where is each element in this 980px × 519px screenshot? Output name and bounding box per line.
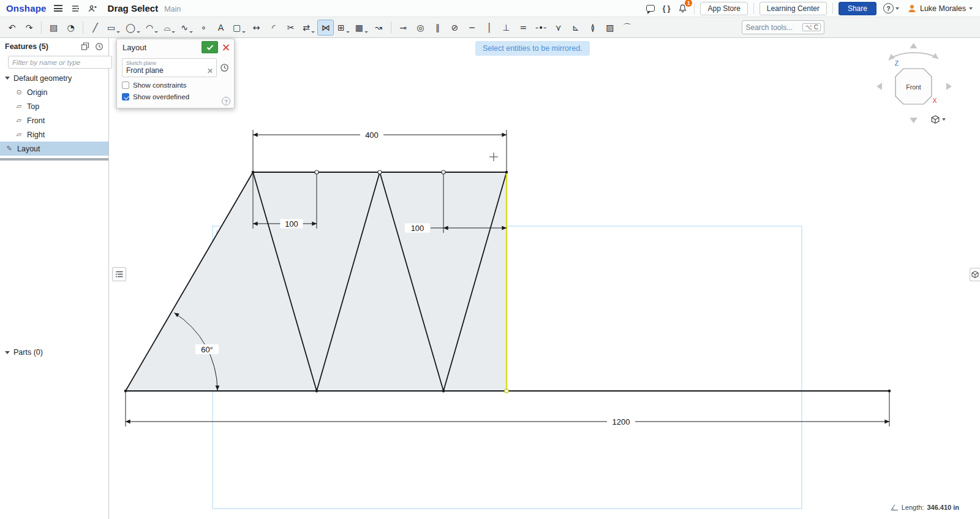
spline-tool-button[interactable]: ∿ — [178, 20, 195, 36]
plane-history-icon[interactable] — [220, 63, 229, 72]
midpoint-tool-button[interactable]: -•- — [532, 20, 549, 36]
dimension-1200-label[interactable]: 1200 — [612, 417, 630, 426]
history-icon[interactable] — [95, 42, 104, 51]
fix-tool-button[interactable]: ▨ — [601, 20, 618, 36]
cancel-button[interactable] — [220, 41, 232, 53]
view-cube-face-label[interactable]: Front — [906, 83, 921, 91]
parallel-tool-button[interactable]: ∥ — [429, 20, 446, 36]
help-menu-button[interactable]: ? — [882, 2, 900, 15]
dimension-400-label[interactable]: 400 — [365, 131, 379, 140]
chevron-down-icon — [895, 7, 899, 10]
conic-tool-button[interactable]: ⌓ — [160, 20, 177, 36]
perpendicular-tool-button[interactable]: ⊥ — [498, 20, 514, 36]
equal-tool-button[interactable]: = — [515, 20, 532, 36]
toolbar-search[interactable]: ⌥ C — [742, 20, 824, 34]
features-flyout-button[interactable] — [112, 267, 126, 281]
comments-button[interactable] — [645, 4, 656, 13]
document-name[interactable]: Drag Select — [108, 3, 159, 13]
notifications-button[interactable]: 1 — [677, 2, 688, 14]
clear-selection-icon[interactable] — [207, 68, 213, 74]
symmetric-tool-button[interactable]: ≬ — [584, 20, 601, 36]
main-menu-button[interactable] — [53, 4, 64, 13]
concentric-tool-button[interactable]: ◎ — [412, 20, 429, 36]
symmetric-icon: ≬ — [591, 23, 595, 32]
point-tool-button[interactable]: ∘ — [195, 20, 212, 36]
top-bar: Onshape Drag Select Main { } 1 App Store… — [0, 0, 980, 17]
search-tools-input[interactable] — [745, 23, 799, 32]
sketch-icon: ✎ — [5, 145, 13, 153]
paste-sketch-tool-button[interactable]: ▤ — [45, 20, 62, 36]
workspace-name[interactable]: Main — [164, 5, 181, 13]
curvature-tool-button[interactable]: ⌒ — [619, 20, 635, 36]
rotate-down-icon[interactable] — [910, 118, 918, 123]
onshape-logo[interactable]: Onshape — [6, 3, 47, 13]
corner-rectangle-tool-button[interactable]: ▭ — [104, 20, 122, 36]
show-constraints-checkbox[interactable]: Show constraints — [122, 81, 229, 89]
dimension-100-right-label[interactable]: 100 — [411, 224, 424, 233]
tree-item-right[interactable]: ▱Right — [0, 127, 108, 142]
user-menu-button[interactable]: Luke Morales — [906, 2, 974, 15]
filter-input[interactable] — [8, 56, 112, 69]
tree-item-origin[interactable]: ⊙Origin — [0, 85, 108, 99]
app-store-button[interactable]: App Store — [700, 2, 747, 15]
sketch-canvas[interactable]: Layout — [109, 38, 980, 519]
show-overdefined-checkbox[interactable]: Show overdefined — [122, 93, 229, 100]
three-point-arc-tool-button[interactable]: ◠ — [143, 20, 160, 36]
view-options-button[interactable] — [931, 115, 946, 124]
tree-item-top[interactable]: ▱Top — [0, 99, 108, 113]
tangent-tool-button[interactable]: ⊘ — [447, 20, 463, 36]
follow-mode-button[interactable] — [87, 3, 98, 14]
dialog-title: Layout — [123, 43, 146, 52]
graphics-area[interactable]: Layout — [109, 38, 980, 519]
mirror-tool-button[interactable]: ⋈ — [317, 20, 334, 36]
sketch-plane-field[interactable]: Sketch plane Front plane — [122, 58, 217, 77]
fillet-tool-button[interactable]: ◜ — [265, 20, 282, 36]
text-tool-button[interactable]: A — [213, 20, 229, 36]
dropdown-caret-icon — [346, 31, 350, 33]
center-point-circle-tool-button[interactable]: ◯ — [123, 20, 142, 36]
share-button[interactable]: Share — [839, 2, 876, 15]
tree-group-parts[interactable]: Parts (0) — [0, 345, 108, 360]
toolbar-separator — [41, 21, 42, 34]
normal-tool-button[interactable]: ⊾ — [567, 20, 584, 36]
view-cube[interactable]: Front Z X — [869, 39, 973, 133]
tree-item-label: Right — [27, 131, 45, 139]
insert-feature-icon[interactable] — [81, 42, 89, 50]
dimension-tool-button[interactable]: ↔ — [248, 20, 265, 36]
construction-tool-button[interactable]: ◔ — [62, 20, 79, 36]
tree-item-layout[interactable]: ✎ Layout — [0, 142, 108, 156]
line-tool-button[interactable]: ╱ — [87, 20, 104, 36]
dimension-100-left-label[interactable]: 100 — [285, 219, 298, 229]
transform-icon: ⇄ — [303, 23, 310, 32]
insert-image-tool-button[interactable]: ▦ — [352, 20, 370, 36]
coincident-tool-button[interactable]: ⊸ — [395, 20, 412, 36]
sketch-face[interactable] — [126, 172, 507, 391]
selected-point[interactable] — [505, 389, 508, 393]
slot-tool-button[interactable]: ▢ — [230, 20, 247, 36]
redo-tool-button[interactable]: ↷ — [21, 20, 37, 36]
help-icon[interactable]: ? — [222, 97, 230, 105]
rollback-bar[interactable] — [0, 158, 108, 161]
pattern-tool-button[interactable]: ⊞ — [334, 20, 352, 36]
parts-flyout-button[interactable] — [970, 268, 980, 281]
rotate-right-icon[interactable] — [946, 83, 952, 90]
rotate-up-icon[interactable] — [910, 43, 918, 48]
tree-item-front[interactable]: ▱Front — [0, 113, 108, 127]
line-icon: ╱ — [92, 23, 97, 32]
learning-center-button[interactable]: Learning Center — [760, 2, 827, 15]
dimension-angle-label[interactable]: 60° — [201, 345, 213, 354]
horizontal-tool-button[interactable]: ─ — [464, 20, 480, 36]
vertical-icon: │ — [486, 23, 491, 32]
accept-button[interactable] — [202, 41, 218, 53]
tree-group-default-geometry[interactable]: Default geometry — [0, 71, 108, 85]
undo-tool-button[interactable]: ↶ — [4, 20, 20, 36]
rotate-left-icon[interactable] — [876, 83, 882, 90]
transform-tool-button[interactable]: ⇄ — [300, 20, 317, 36]
pierce-tool-button[interactable]: ⋎ — [550, 20, 567, 36]
measure-tool-button[interactable]: ↝ — [371, 20, 387, 36]
versions-button[interactable] — [70, 3, 81, 14]
trim-tool-button[interactable]: ✂ — [282, 20, 299, 36]
featurescript-button[interactable]: { } — [662, 3, 672, 14]
dialog-title-bar[interactable]: Layout — [117, 39, 234, 55]
vertical-tool-button[interactable]: │ — [481, 20, 497, 36]
